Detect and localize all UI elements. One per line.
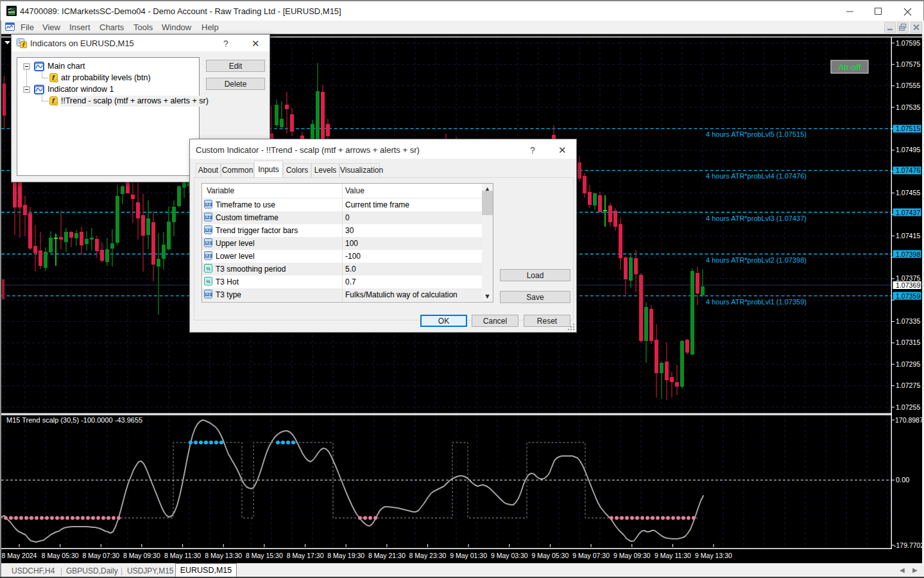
- svg-text:8 May 15:30: 8 May 15:30: [246, 552, 283, 559]
- svg-text:1.07369: 1.07369: [896, 281, 920, 289]
- svg-text:4 hours ATR*probLvl2 (1.07398): 4 hours ATR*probLvl2 (1.07398): [706, 256, 807, 264]
- svg-text:9 May 05:30: 9 May 05:30: [532, 552, 569, 559]
- svg-text:1.07315: 1.07315: [896, 338, 920, 346]
- svg-text:Atr-off: Atr-off: [838, 62, 861, 72]
- svg-text:8 May 09:30: 8 May 09:30: [123, 552, 160, 559]
- svg-text:1.07275: 1.07275: [896, 381, 920, 389]
- svg-text:8 May 2024: 8 May 2024: [2, 552, 37, 559]
- svg-text:9 May 13:30: 9 May 13:30: [695, 552, 732, 559]
- svg-text:8 May 21:30: 8 May 21:30: [368, 552, 406, 559]
- svg-text:1.07335: 1.07335: [896, 317, 920, 325]
- svg-text:1.07295: 1.07295: [896, 360, 920, 368]
- svg-text:M15 Trend scalp (30,5) -100.00: M15 Trend scalp (30,5) -100.0000 -43.965…: [6, 416, 142, 424]
- svg-text:8 May 13:30: 8 May 13:30: [205, 552, 242, 559]
- svg-text:8 May 23:30: 8 May 23:30: [409, 552, 447, 559]
- svg-text:1.07398: 1.07398: [896, 250, 920, 258]
- svg-text:9 May 01:30: 9 May 01:30: [450, 552, 487, 559]
- svg-text:1.07455: 1.07455: [896, 189, 920, 197]
- svg-text:1.07437: 1.07437: [896, 209, 920, 216]
- svg-text:-179.7702: -179.7702: [894, 541, 922, 549]
- svg-text:8 May 17:30: 8 May 17:30: [287, 552, 324, 559]
- svg-text:1.07255: 1.07255: [896, 403, 920, 411]
- svg-text:1.07575: 1.07575: [896, 60, 920, 68]
- svg-text:9 May 09:30: 9 May 09:30: [613, 552, 651, 559]
- svg-text:9 May 11:30: 9 May 11:30: [654, 552, 691, 559]
- svg-text:1.07476: 1.07476: [896, 166, 920, 174]
- svg-text:1.07359: 1.07359: [896, 292, 920, 300]
- svg-text:8 May 05:30: 8 May 05:30: [42, 552, 79, 559]
- svg-text:9 May 07:30: 9 May 07:30: [572, 552, 610, 559]
- svg-text:1.07535: 1.07535: [896, 103, 920, 111]
- svg-text:1.07555: 1.07555: [896, 82, 920, 89]
- svg-text:1.07495: 1.07495: [896, 146, 920, 153]
- svg-text:8 May 07:30: 8 May 07:30: [82, 552, 119, 559]
- svg-text:4 hours ATR*probLvl1 (1.07359): 4 hours ATR*probLvl1 (1.07359): [706, 298, 807, 306]
- svg-text:170.8987: 170.8987: [895, 416, 922, 424]
- svg-text:8 May 11:30: 8 May 11:30: [164, 552, 201, 559]
- svg-text:4 hours ATR*probLvl4 (1.07476): 4 hours ATR*probLvl4 (1.07476): [706, 172, 807, 180]
- svg-text:0.00: 0.00: [896, 476, 909, 484]
- svg-text:4 hours ATR*probLvl5 (1.07515): 4 hours ATR*probLvl5 (1.07515): [706, 130, 807, 138]
- svg-text:9 May 03:30: 9 May 03:30: [491, 552, 528, 559]
- svg-text:4 hours ATR*probLvl3 (1.07437): 4 hours ATR*probLvl3 (1.07437): [706, 215, 807, 222]
- svg-text:8 May 19:30: 8 May 19:30: [327, 552, 364, 559]
- svg-text:1.07515: 1.07515: [896, 125, 920, 132]
- svg-text:1.07595: 1.07595: [896, 39, 920, 47]
- svg-text:IC: IC: [11, 6, 16, 12]
- svg-text:1.07415: 1.07415: [896, 232, 920, 240]
